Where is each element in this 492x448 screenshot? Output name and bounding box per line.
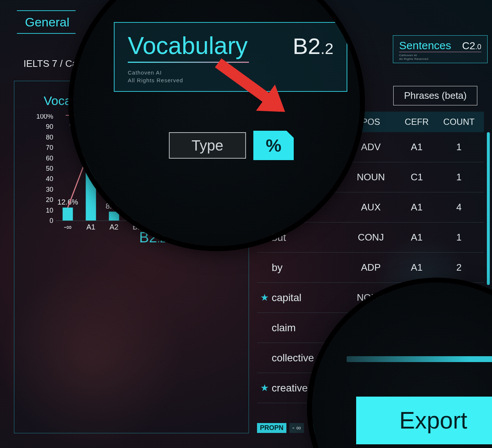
chip-label: PROPN [257,423,286,433]
export-button[interactable]: Export [356,397,492,444]
svg-rect-17 [109,212,119,221]
cell-pos: AUX [345,202,397,213]
svg-text:30: 30 [46,186,53,193]
cell-pos: ADP [345,262,397,273]
cell-count: 1 [437,141,481,153]
svg-text:50: 50 [46,165,53,172]
tab-phrases[interactable]: Phrases (beta) [393,86,477,105]
progress-band [347,356,492,362]
svg-text:100%: 100% [36,114,53,120]
svg-text:-∞: -∞ [64,223,72,231]
cell-cefr: A1 [397,262,437,273]
svg-text:60: 60 [46,155,53,162]
table-row[interactable]: butCONJA11 [257,223,484,253]
cell-cefr: A1 [397,202,437,213]
tab-general-label: General [25,15,69,29]
star-icon[interactable]: ★ [257,382,272,394]
svg-rect-11 [63,207,73,221]
sentences-score: C2.0 [462,40,481,52]
chip-value: - ∞ [289,423,304,433]
sentences-title: Sentences [399,39,451,52]
filter-chip[interactable]: PROPN- ∞ [257,423,304,433]
star-icon[interactable]: ★ [257,292,272,303]
cell-cefr: A1 [397,232,437,243]
svg-text:12.6%: 12.6% [57,198,78,206]
table-scrollbar[interactable] [487,132,490,285]
cell-count: 1 [437,171,481,183]
svg-text:10: 10 [46,207,53,214]
svg-text:A1: A1 [86,223,95,231]
table-row[interactable]: byADPA12 [257,253,484,283]
vocab-card-zoom: Vocabulary B2.2 Cathoven AI All Rights R… [114,22,347,92]
tab-phrases-label: Phrases (beta) [404,90,467,101]
svg-text:0: 0 [50,217,53,224]
cell-cefr: A1 [397,141,437,153]
metric-card-sentences[interactable]: Sentences C2.0 Cathoven AI All Rights Re… [393,35,488,63]
cell-word: but [272,232,345,243]
svg-text:A2: A2 [109,223,118,231]
cell-word: by [272,262,345,274]
cell-word: capital [272,292,345,304]
col-cefr[interactable]: CEFR [397,117,437,127]
tab-general[interactable]: General [17,10,76,34]
svg-text:80: 80 [46,134,53,141]
svg-text:40: 40 [46,175,53,183]
vocab-card-score: B2.2 [293,33,333,59]
vocab-card-underline [128,62,249,63]
cell-count: 4 [437,202,481,213]
svg-text:70: 70 [46,144,53,151]
toggle-type[interactable]: Type [169,132,246,159]
sentences-legal: Cathoven AI All Rights Reserved [399,54,481,61]
svg-text:90: 90 [46,123,53,130]
cell-pos: CONJ [345,232,397,243]
cell-count: 2 [437,262,481,273]
toggle-percent[interactable]: % [253,131,294,160]
cell-cefr: C1 [397,171,437,183]
cell-count: 1 [437,232,481,243]
cell-pos: NOUN [345,171,397,183]
subtitle-ielts: IELTS 7 / Ca [23,58,77,69]
svg-text:20: 20 [46,196,53,203]
vocab-card-title: Vocabulary [128,32,248,59]
cell-word: claim [272,322,345,334]
col-count[interactable]: COUNT [437,117,481,127]
